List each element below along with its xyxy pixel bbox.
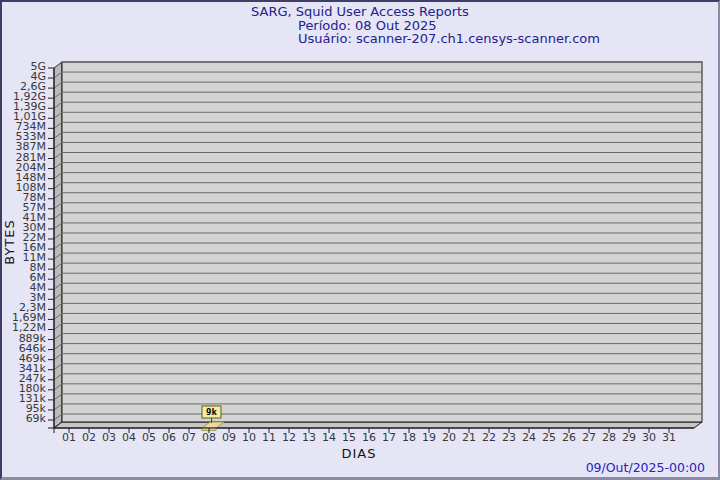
x-tick-label: 28: [602, 431, 616, 444]
plot-face: [62, 62, 702, 422]
x-tick-label: 13: [302, 431, 316, 444]
x-tick-label: 20: [442, 431, 456, 444]
x-tick-label: 19: [422, 431, 436, 444]
x-tick-label: 01: [62, 431, 76, 444]
x-tick-label: 17: [382, 431, 396, 444]
x-tick-label: 18: [402, 431, 416, 444]
x-tick-label: 08: [202, 431, 216, 444]
generation-timestamp: 09/Out/2025-00:00: [586, 460, 705, 475]
x-tick-label: 23: [502, 431, 516, 444]
x-tick-label: 02: [82, 431, 96, 444]
x-tick-label: 04: [122, 431, 136, 444]
bytes-per-day-chart: 5G4G2,6G1,92G1,39G1,01G734M533M387M281M2…: [2, 2, 718, 477]
x-axis-title: DIAS: [342, 446, 377, 461]
x-tick-label: 26: [562, 431, 576, 444]
x-tick-label: 03: [102, 431, 116, 444]
x-tick-label: 16: [362, 431, 376, 444]
x-tick-label: 29: [622, 431, 636, 444]
x-tick-label: 05: [142, 431, 156, 444]
x-tick-label: 06: [162, 431, 176, 444]
x-tick-label: 30: [642, 431, 656, 444]
x-tick-label: 31: [662, 431, 676, 444]
x-tick-label: 14: [322, 431, 336, 444]
x-tick-label: 25: [542, 431, 556, 444]
x-tick-label: 22: [482, 431, 496, 444]
x-tick-label: 12: [282, 431, 296, 444]
y-tick-label: 69k: [26, 412, 47, 425]
x-tick-label: 10: [242, 431, 256, 444]
x-tick-label: 24: [522, 431, 536, 444]
x-tick-label: 21: [462, 431, 476, 444]
sarg-report-page: SARG, Squid User Access Reports Período:…: [0, 0, 720, 480]
x-tick-label: 27: [582, 431, 596, 444]
x-tick-label: 15: [342, 431, 356, 444]
plot-floor: [54, 422, 702, 428]
x-tick-label: 09: [222, 431, 236, 444]
annotation-value-label: 9k: [206, 407, 217, 417]
x-tick-label: 07: [182, 431, 196, 444]
y-axis-title: BYTES: [2, 219, 17, 265]
x-tick-label: 11: [262, 431, 276, 444]
